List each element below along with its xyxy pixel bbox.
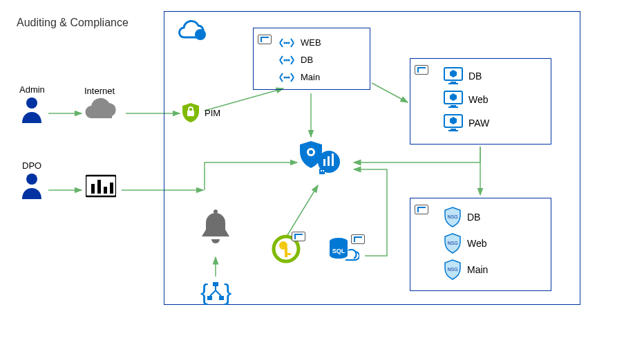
svg-rect-16 [110, 183, 113, 194]
svg-rect-47 [321, 170, 322, 171]
gateway-item-label: WEB [301, 37, 321, 48]
monitor-badge-icon [258, 32, 272, 45]
svg-point-41 [309, 150, 313, 154]
svg-rect-30 [448, 83, 458, 84]
svg-point-49 [214, 210, 218, 214]
bell-icon [198, 209, 234, 249]
dpo-label: DPO [22, 160, 41, 171]
vm-item-label: DB [468, 71, 482, 82]
svg-rect-54 [219, 296, 224, 300]
svg-text:NSG: NSG [447, 214, 457, 219]
svg-text:{: { [200, 279, 208, 305]
vm-monitor-icon [444, 67, 463, 85]
internet-label: Internet [84, 86, 115, 96]
vm-group: DB Web PAW [410, 58, 551, 145]
nsg-item-label: Web [467, 238, 487, 249]
svg-rect-29 [451, 82, 456, 83]
load-balancer-icon [278, 71, 295, 84]
nsg-item: NSG Main [444, 257, 545, 283]
security-center-icon [296, 138, 344, 180]
load-balancer-icon [278, 37, 295, 49]
monitor-badge-icon [351, 232, 365, 245]
nsg-shield-icon: NSG [444, 233, 462, 254]
powerbi-node [86, 174, 116, 199]
svg-point-25 [283, 76, 285, 78]
svg-rect-44 [328, 156, 330, 166]
azure-cloud-logo [176, 18, 207, 43]
internet-node: Internet [82, 97, 120, 122]
gateway-item: WEB [278, 34, 364, 51]
security-center-node [296, 138, 344, 180]
svg-point-20 [285, 41, 287, 44]
svg-rect-13 [91, 184, 95, 194]
powerbi-icon [86, 174, 116, 199]
monitor-badge-icon [415, 203, 428, 215]
nsg-shield-icon: NSG [444, 259, 462, 280]
nsg-item-label: Main [467, 264, 488, 275]
pim-label: PIM [205, 108, 220, 118]
gateway-item-label: Main [301, 72, 320, 82]
nsg-item: NSG Web [444, 230, 545, 257]
user-icon [19, 171, 44, 199]
vm-monitor-icon [444, 114, 463, 132]
diagram-title: Auditing & Compliance [17, 17, 129, 29]
shield-lock-icon [181, 102, 200, 123]
vm-item: PAW [444, 111, 545, 135]
logic-app-icon: { } [198, 278, 234, 306]
cloud-icon [82, 97, 120, 122]
user-icon [19, 95, 44, 123]
alert-bell-node [198, 209, 234, 249]
svg-point-22 [283, 59, 285, 61]
vm-item-label: Web [468, 94, 489, 105]
svg-rect-57 [285, 248, 287, 257]
svg-point-11 [26, 174, 37, 185]
svg-point-10 [26, 97, 37, 109]
gateway-group: WEB DB Main [253, 28, 370, 90]
dpo-node: DPO [19, 171, 44, 199]
svg-rect-35 [451, 129, 456, 130]
svg-point-24 [287, 59, 290, 61]
monitor-badge-icon [292, 230, 305, 242]
svg-text:}: } [224, 279, 231, 305]
keyvault-node [271, 234, 301, 264]
admin-label: Admin [19, 84, 45, 95]
vm-item-label: PAW [468, 118, 489, 129]
svg-rect-14 [97, 180, 101, 194]
svg-rect-58 [287, 253, 291, 255]
svg-text:NSG: NSG [447, 241, 457, 245]
nsg-shield-icon: NSG [444, 207, 462, 227]
nsg-item-label: DB [467, 212, 480, 223]
vm-item: DB [444, 64, 545, 88]
nsg-group: NSG DB NSG Web NSG Main [410, 198, 551, 291]
gateway-item-label: DB [301, 55, 313, 65]
svg-point-21 [287, 41, 290, 44]
svg-rect-52 [213, 282, 218, 286]
vm-item: Web [444, 88, 545, 111]
svg-text:NSG: NSG [447, 267, 457, 272]
logic-app-node: { } [198, 278, 234, 306]
diagram-canvas: { "title": "Auditing & Compliance", "ext… [0, 0, 644, 363]
azure-cloud-icon [176, 18, 207, 43]
svg-rect-32 [451, 105, 456, 106]
monitor-badge-icon [415, 63, 428, 75]
gateway-item: DB [278, 51, 364, 68]
svg-point-19 [283, 41, 285, 44]
svg-rect-18 [187, 111, 194, 116]
svg-point-23 [285, 59, 287, 61]
svg-rect-43 [323, 159, 325, 166]
nsg-item: NSG DB [444, 204, 545, 230]
gateway-item: Main [278, 68, 364, 86]
admin-node: Admin [19, 95, 44, 123]
svg-rect-53 [207, 296, 212, 300]
svg-point-26 [285, 76, 287, 78]
svg-rect-36 [448, 130, 458, 131]
svg-rect-48 [323, 170, 324, 171]
svg-rect-33 [448, 106, 458, 108]
vm-monitor-icon [444, 91, 463, 109]
svg-rect-45 [332, 153, 334, 166]
sql-node: SQL [326, 236, 359, 264]
svg-point-27 [287, 76, 290, 78]
svg-point-17 [195, 29, 206, 40]
pim-node: PIM [181, 102, 220, 123]
svg-text:SQL: SQL [332, 248, 345, 254]
